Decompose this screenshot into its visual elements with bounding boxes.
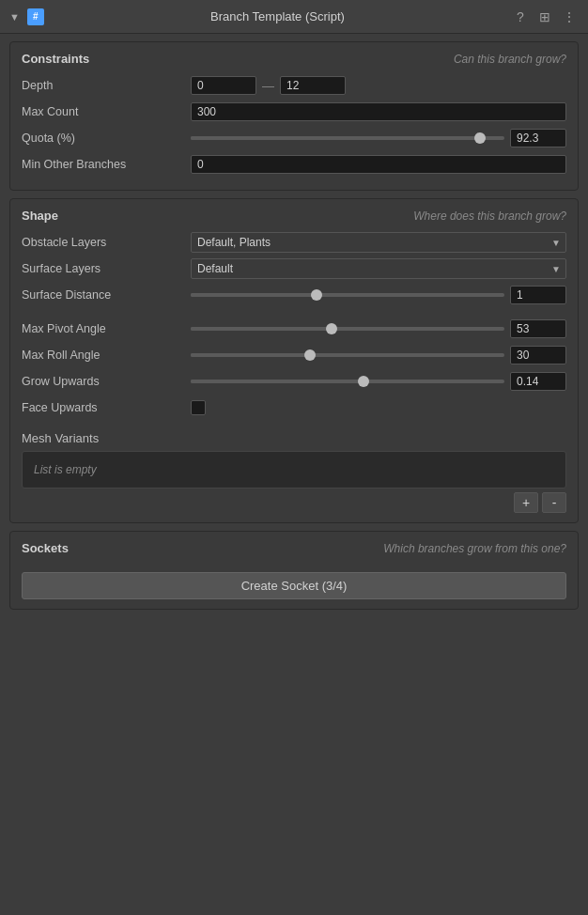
face-upwards-checkbox[interactable]	[191, 400, 206, 415]
quota-slider-container: 92.3	[191, 129, 566, 147]
menu-button[interactable]: ⋮	[560, 8, 579, 26]
max-pivot-angle-slider-thumb[interactable]	[326, 323, 337, 334]
quota-slider-track[interactable]	[191, 136, 504, 140]
obstacle-layers-label: Obstacle Layers	[22, 236, 191, 249]
settings-button[interactable]: ⊞	[535, 8, 554, 26]
surface-layers-row: Surface Layers Default Default, Plants P…	[22, 258, 566, 279]
max-roll-angle-slider-thumb[interactable]	[304, 349, 316, 361]
surface-layers-dropdown-wrapper: Default Default, Plants Plants ▼	[191, 258, 566, 279]
surface-distance-value-box[interactable]: 1	[510, 286, 566, 304]
max-pivot-angle-value-box[interactable]: 53	[510, 319, 566, 338]
mesh-variants-label: Mesh Variants	[22, 431, 566, 445]
surface-layers-label: Surface Layers	[22, 262, 191, 275]
window-title: Branch Template (Script)	[52, 9, 503, 23]
sockets-subtitle: Which branches grow from this one?	[383, 542, 566, 555]
create-socket-button[interactable]: Create Socket (3/4)	[22, 572, 566, 599]
max-pivot-angle-row: Max Pivot Angle 53	[22, 318, 566, 339]
list-empty-text: List is empty	[34, 463, 97, 476]
depth-separator: —	[262, 79, 274, 93]
constraints-title: Constraints	[22, 52, 89, 66]
constraints-header: Constraints Can this branch grow?	[22, 52, 566, 66]
surface-distance-slider-track[interactable]	[191, 293, 504, 297]
obstacle-layers-row: Obstacle Layers Default, Plants Default …	[22, 232, 566, 253]
grow-upwards-slider-fill	[191, 380, 364, 383]
constraints-panel: Constraints Can this branch grow? Depth …	[9, 41, 579, 191]
add-mesh-variant-button[interactable]: +	[514, 492, 538, 513]
surface-distance-slider-thumb[interactable]	[311, 289, 322, 301]
max-pivot-angle-slider-fill	[191, 327, 332, 331]
constraints-subtitle: Can this branch grow?	[454, 53, 566, 66]
surface-distance-label: Surface Distance	[22, 288, 191, 302]
title-bar-actions: ? ⊞ ⋮	[511, 8, 579, 26]
depth-value: —	[191, 76, 566, 95]
sockets-header: Sockets Which branches grow from this on…	[22, 541, 566, 555]
grow-upwards-row: Grow Upwards 0.14	[22, 371, 566, 392]
max-count-label: Max Count	[22, 105, 191, 118]
shape-subtitle: Where does this branch grow?	[413, 209, 566, 223]
min-other-branches-value	[191, 155, 566, 174]
quota-slider-fill	[191, 136, 480, 140]
title-bar-arrow[interactable]: ▼	[9, 11, 20, 23]
shape-panel: Shape Where does this branch grow? Obsta…	[9, 198, 579, 523]
list-buttons: + -	[22, 492, 566, 513]
sockets-title: Sockets	[22, 541, 69, 555]
quota-slider-thumb[interactable]	[474, 132, 486, 144]
surface-distance-slider-container: 1	[191, 286, 566, 304]
title-bar: ▼ # Branch Template (Script) ? ⊞ ⋮	[0, 0, 588, 34]
max-pivot-angle-label: Max Pivot Angle	[22, 322, 191, 335]
mesh-variants-list: List is empty	[22, 451, 566, 489]
max-count-row: Max Count	[22, 101, 566, 122]
shape-title: Shape	[22, 209, 58, 223]
remove-mesh-variant-button[interactable]: -	[542, 492, 566, 513]
max-roll-angle-value-box[interactable]: 30	[510, 346, 566, 364]
depth-min-input[interactable]	[191, 76, 256, 95]
min-other-branches-row: Min Other Branches	[22, 154, 566, 175]
min-other-branches-label: Min Other Branches	[22, 158, 191, 171]
max-count-value	[191, 102, 566, 121]
surface-distance-slider-fill	[191, 293, 317, 297]
depth-max-input[interactable]	[280, 76, 346, 95]
obstacle-layers-dropdown-wrapper: Default, Plants Default Plants ▼	[191, 232, 566, 253]
shape-header: Shape Where does this branch grow?	[22, 209, 566, 223]
grow-upwards-slider-thumb[interactable]	[358, 376, 369, 387]
help-button[interactable]: ?	[511, 8, 530, 26]
depth-row: Depth —	[22, 75, 566, 96]
quota-label: Quota (%)	[22, 132, 191, 145]
max-pivot-angle-slider-track[interactable]	[191, 327, 504, 331]
script-icon: #	[27, 8, 44, 25]
max-pivot-angle-slider-container: 53	[191, 319, 566, 338]
grow-upwards-slider-container: 0.14	[191, 372, 566, 391]
face-upwards-label: Face Upwards	[22, 401, 191, 414]
grow-upwards-slider-track[interactable]	[191, 380, 504, 383]
quota-row: Quota (%) 92.3	[22, 128, 566, 148]
obstacle-layers-select[interactable]: Default, Plants Default Plants	[191, 232, 566, 253]
sockets-panel: Sockets Which branches grow from this on…	[9, 531, 579, 610]
max-roll-angle-label: Max Roll Angle	[22, 349, 191, 362]
max-count-input[interactable]	[191, 102, 566, 121]
quota-value-box[interactable]: 92.3	[510, 129, 566, 147]
max-roll-angle-slider-container: 30	[191, 346, 566, 364]
face-upwards-row: Face Upwards	[22, 397, 566, 418]
grow-upwards-label: Grow Upwards	[22, 375, 191, 388]
depth-label: Depth	[22, 79, 191, 92]
min-other-branches-input[interactable]	[191, 155, 566, 174]
surface-layers-select[interactable]: Default Default, Plants Plants	[191, 258, 566, 279]
max-roll-angle-slider-track[interactable]	[191, 353, 504, 357]
max-roll-angle-row: Max Roll Angle 30	[22, 345, 566, 365]
grow-upwards-value-box[interactable]: 0.14	[510, 372, 566, 391]
max-roll-angle-slider-fill	[191, 353, 310, 357]
face-upwards-value	[191, 400, 566, 415]
surface-distance-row: Surface Distance 1	[22, 285, 566, 305]
